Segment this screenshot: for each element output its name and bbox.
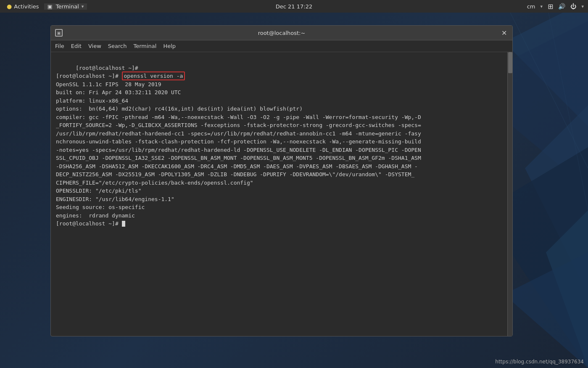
- activities-button[interactable]: ● Activities: [3, 3, 42, 10]
- terminal-titlebar-left: ▣: [55, 29, 63, 37]
- terminal-window-title: root@localhost:~: [258, 30, 306, 36]
- menu-edit[interactable]: Edit: [71, 43, 82, 49]
- scrollbar-thumb[interactable]: [508, 52, 512, 73]
- terminal-cursor: [122, 221, 125, 227]
- watermark: https://blog.csdn.net/qq_38937634: [495, 359, 584, 365]
- menu-terminal[interactable]: Terminal: [133, 43, 156, 49]
- network-icon[interactable]: ⊞: [548, 3, 553, 11]
- terminal-taskbar-label: Terminal: [56, 3, 79, 10]
- terminal-titlebar: ▣ root@localhost:~ ✕: [51, 26, 512, 40]
- topbar-datetime: Dec 21 17:22: [276, 3, 312, 10]
- terminal-dropdown-icon: ▾: [82, 4, 84, 9]
- terminal-window: ▣ root@localhost:~ ✕ File Edit View Sear…: [50, 25, 513, 336]
- prompt-line-2: [root@localhost ~]#: [56, 73, 122, 79]
- power-icon[interactable]: ⏻: [570, 3, 576, 10]
- topbar-user[interactable]: cm: [527, 3, 535, 10]
- terminal-content[interactable]: [root@localhost ~]# [root@localhost ~]# …: [51, 52, 507, 336]
- terminal-window-icon: ▣: [55, 29, 63, 37]
- command-highlight: openssl version -a: [122, 71, 185, 80]
- terminal-taskbar-icon: ▣: [47, 3, 53, 10]
- menu-file[interactable]: File: [55, 43, 64, 49]
- speaker-icon[interactable]: 🔊: [558, 3, 565, 10]
- menu-help[interactable]: Help: [163, 43, 176, 49]
- prompt-line-1: [root@localhost ~]#: [76, 65, 138, 71]
- power-dropdown-icon[interactable]: ▾: [581, 4, 584, 9]
- output-openssl: OpenSSL 1.1.1c FIPS 28 May 2019 built on…: [56, 81, 421, 227]
- topbar-right: cm ▾ ⊞ 🔊 ⏻ ▾: [527, 3, 588, 11]
- terminal-menubar: File Edit View Search Terminal Help: [51, 40, 512, 52]
- user-dropdown-icon[interactable]: ▾: [541, 4, 543, 9]
- topbar: ● Activities ▣ Terminal ▾ Dec 21 17:22 c…: [0, 0, 588, 13]
- activities-label: Activities: [14, 3, 39, 10]
- terminal-close-button[interactable]: ✕: [500, 29, 508, 37]
- terminal-scrollbar[interactable]: [507, 52, 512, 336]
- menu-view[interactable]: View: [88, 43, 101, 49]
- menu-search[interactable]: Search: [108, 43, 127, 49]
- topbar-left: ● Activities ▣ Terminal ▾: [0, 3, 87, 10]
- activities-dot-icon: ●: [7, 3, 12, 10]
- terminal-taskbar-button[interactable]: ▣ Terminal ▾: [44, 3, 87, 10]
